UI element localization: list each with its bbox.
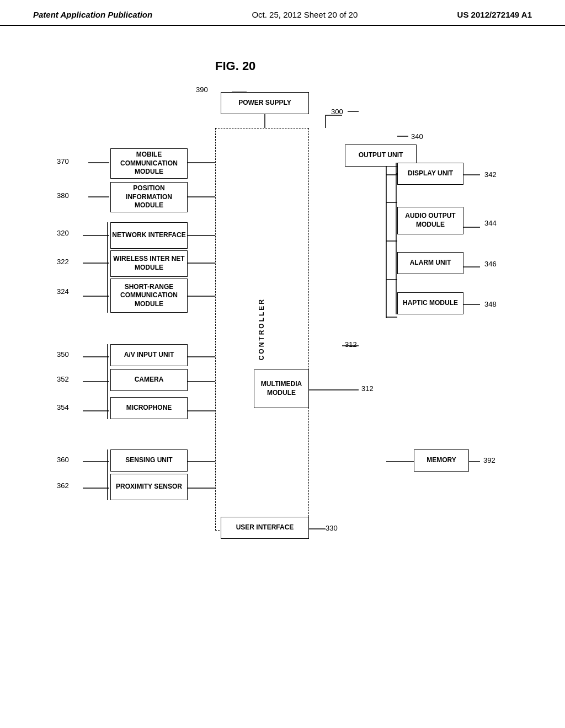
camera-box: CAMERA xyxy=(110,369,188,391)
ref-352: 352 xyxy=(57,375,69,383)
ref-392: 392 xyxy=(483,456,495,464)
ref-354: 354 xyxy=(57,403,69,411)
network-interface-box: NETWORK INTERFACE xyxy=(110,222,188,249)
ref-370: 370 xyxy=(57,157,69,165)
memory-box: MEMORY xyxy=(414,449,469,472)
header-center: Oct. 25, 2012 Sheet 20 of 20 xyxy=(252,10,358,19)
display-unit-box: DISPLAY UNIT xyxy=(397,163,463,185)
audio-output-box: AUDIO OUTPUT MODULE xyxy=(397,207,463,234)
power-supply-box: POWER SUPPLY xyxy=(221,92,309,114)
ref-300: 300 xyxy=(331,108,343,116)
ref-380: 380 xyxy=(57,191,69,200)
ref-322: 322 xyxy=(57,258,69,266)
proximity-sensor-box: PROXIMITY SENSOR xyxy=(110,474,188,500)
sensing-unit-box: SENSING UNIT xyxy=(110,449,188,472)
ref-312: 312 xyxy=(361,384,374,393)
ref-310: 312 xyxy=(345,340,357,349)
wireless-inter-box: WIRELESS INTER NET MODULE xyxy=(110,250,188,277)
alarm-unit-box: ALARM UNIT xyxy=(397,252,463,274)
ref-340: 340 xyxy=(411,132,423,141)
ref-344: 344 xyxy=(484,219,497,227)
position-info-box: POSITION INFORMATION MODULE xyxy=(110,182,188,212)
ref-324: 324 xyxy=(57,287,69,296)
microphone-box: MICROPHONE xyxy=(110,397,188,419)
short-range-box: SHORT-RANGE COMMUNICATION MODULE xyxy=(110,279,188,313)
ref-342: 342 xyxy=(484,170,497,179)
page-header: Patent Application Publication Oct. 25, … xyxy=(0,0,565,26)
ref-320: 320 xyxy=(57,229,69,237)
ref-350: 350 xyxy=(57,350,69,358)
controller-box: CONTROLLER xyxy=(215,128,309,531)
ref-346: 346 xyxy=(484,260,497,268)
mobile-comm-box: MOBILE COMMUNICATION MODULE xyxy=(110,148,188,179)
ref-348: 348 xyxy=(484,300,497,308)
header-right: US 2012/272149 A1 xyxy=(457,10,532,19)
av-input-box: A/V INPUT UNIT xyxy=(110,344,188,366)
haptic-module-box: HAPTIC MODULE xyxy=(397,292,463,314)
ref-330: 330 xyxy=(326,524,338,532)
ref-390: 390 xyxy=(196,85,208,94)
multimedia-module-box: MULTIMEDIA MODULE xyxy=(254,370,309,408)
diagram-area: FIG. 20 390 300 340 POWER SUPPLY CONTROL… xyxy=(0,26,565,688)
header-left: Patent Application Publication xyxy=(33,10,152,19)
fig-label: FIG. 20 xyxy=(215,59,255,73)
ref-362: 362 xyxy=(57,481,69,490)
user-interface-box: USER INTERFACE xyxy=(221,517,309,539)
ref-360: 360 xyxy=(57,456,69,464)
